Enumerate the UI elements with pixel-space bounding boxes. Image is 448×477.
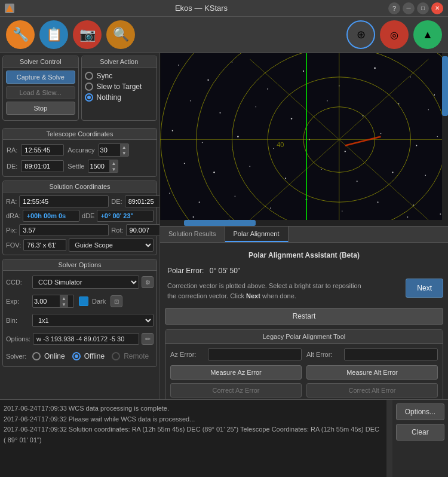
az-error-row: Az Error: Alt Error:: [170, 348, 438, 360]
accuracy-up[interactable]: ▲: [120, 144, 128, 150]
scheduler-toolbar-button[interactable]: 📋: [39, 20, 68, 49]
exp-up[interactable]: ▲: [60, 295, 68, 301]
accuracy-spinner[interactable]: ▲ ▼: [99, 143, 129, 157]
settle-spinner[interactable]: ▲ ▼: [88, 160, 118, 173]
svg-point-26: [416, 145, 417, 146]
close-button[interactable]: ✕: [431, 2, 443, 14]
alt-error-input[interactable]: [344, 348, 438, 360]
tab-solution-results[interactable]: Solution Results: [160, 227, 225, 242]
svg-point-19: [172, 130, 173, 131]
options-input[interactable]: [33, 333, 139, 345]
sol-de-label: DE:: [111, 198, 122, 205]
svg-point-29: [213, 172, 214, 173]
fov-input[interactable]: [23, 239, 66, 251]
svg-point-15: [327, 100, 328, 102]
load-slew-button[interactable]: Load & Slew...: [6, 86, 75, 99]
svg-point-21: [237, 136, 239, 137]
offline-radio[interactable]: Offline: [72, 351, 105, 362]
settle-up[interactable]: ▲: [109, 160, 118, 166]
nothing-radio[interactable]: Nothing: [85, 92, 154, 103]
dark-settings-button[interactable]: ⊡: [111, 295, 122, 307]
svg-point-42: [378, 201, 379, 203]
svg-point-49: [407, 216, 409, 218]
focus-toolbar-button[interactable]: 🔍: [106, 20, 135, 49]
clear-button[interactable]: Clear: [396, 424, 444, 441]
capture-toolbar-button[interactable]: 📷: [73, 20, 102, 49]
settle-input[interactable]: [88, 161, 109, 172]
restart-button[interactable]: Restart: [165, 308, 443, 325]
slew-radio[interactable]: Slew to Target: [85, 81, 154, 92]
options-button[interactable]: Options...: [396, 403, 444, 420]
maximize-button[interactable]: □: [417, 2, 429, 14]
svg-point-30: [250, 166, 251, 167]
measure-alt-button[interactable]: Measure Alt Error: [306, 365, 438, 380]
solver-control-title: Solver Control: [3, 56, 78, 68]
left-panel: Solver Control Capture & Solve Load & Sl…: [0, 53, 160, 399]
svg-point-40: [306, 198, 307, 200]
exp-spinner[interactable]: ▲ ▼: [32, 295, 74, 308]
capture-solve-button[interactable]: Capture & Solve: [6, 71, 75, 84]
image-scrollbar-thumb-h: [184, 220, 256, 226]
svg-point-31: [285, 178, 286, 179]
svg-point-35: [425, 175, 426, 176]
pix-input[interactable]: [19, 224, 109, 236]
remote-radio[interactable]: Remote: [112, 351, 149, 362]
az-error-input[interactable]: [208, 348, 302, 360]
bin-select[interactable]: 1x1 2x2: [32, 314, 154, 327]
accuracy-down[interactable]: ▼: [120, 150, 128, 156]
nothing-label: Nothing: [97, 93, 121, 102]
scope-select[interactable]: Guide Scope Primary Scope: [69, 239, 154, 252]
remote-label: Remote: [124, 352, 149, 360]
image-scrollbar-right[interactable]: [442, 53, 448, 226]
settle-down[interactable]: ▼: [109, 166, 118, 172]
sol-ra-input[interactable]: [19, 195, 109, 207]
online-radio[interactable]: Online: [32, 351, 65, 362]
svg-line-62: [250, 140, 339, 221]
online-radio-circle: [32, 352, 41, 360]
accuracy-input[interactable]: [99, 145, 120, 155]
svg-point-18: [428, 109, 429, 110]
svg-point-23: [309, 139, 310, 140]
measure-row: Measure Az Error Measure Alt Error: [170, 365, 438, 380]
measure-az-button[interactable]: Measure Az Error: [170, 365, 302, 380]
ccd-settings-button[interactable]: ⚙: [142, 276, 154, 288]
wrench-toolbar-button[interactable]: 🔧: [6, 20, 35, 49]
slew-label: Slew to Target: [97, 82, 142, 91]
svg-line-60: [339, 140, 428, 221]
image-area: 40: [160, 53, 448, 227]
options-edit-button[interactable]: ✏: [142, 333, 154, 345]
next-button[interactable]: Next: [406, 279, 443, 298]
tab-polar-alignment[interactable]: Polar Alignment: [225, 227, 289, 242]
svg-point-16: [363, 115, 364, 117]
stop-button[interactable]: Stop: [6, 102, 75, 115]
sync-radio[interactable]: Sync: [85, 71, 154, 81]
de-label: DE:: [7, 163, 17, 170]
mount-toolbar-button[interactable]: ▲: [413, 20, 442, 49]
settle-label: Settle: [67, 163, 84, 170]
svg-point-8: [374, 68, 376, 69]
dde-label: dDE: [82, 212, 94, 219]
ccd-select[interactable]: CCD Simulator: [32, 276, 139, 289]
slew-radio-circle: [85, 82, 93, 91]
sol-de-input[interactable]: [125, 195, 160, 207]
ra-input[interactable]: [21, 144, 64, 156]
guide-toolbar-button[interactable]: ◎: [380, 20, 409, 49]
svg-point-53: [197, 53, 448, 226]
dark-checkbox[interactable]: [79, 296, 88, 306]
svg-point-5: [267, 88, 268, 90]
exp-input[interactable]: [33, 296, 60, 307]
title-bar: Ekos — KStars ? ─ □ ✕: [0, 0, 448, 17]
align-toolbar-button[interactable]: ⊕: [346, 20, 375, 49]
image-scrollbar-bottom[interactable]: [160, 220, 442, 226]
rot-input[interactable]: [126, 224, 160, 236]
rot-label: Rot:: [111, 227, 123, 234]
svg-point-25: [381, 133, 382, 134]
ccd-label: CCD:: [6, 279, 30, 286]
offline-label: Offline: [84, 352, 105, 360]
de-input[interactable]: [21, 160, 64, 172]
minimize-button[interactable]: ─: [403, 2, 415, 14]
log-scrollbar[interactable]: [386, 400, 392, 477]
help-button[interactable]: ?: [388, 2, 400, 14]
svg-point-4: [232, 62, 232, 62]
exp-down[interactable]: ▼: [60, 301, 68, 307]
